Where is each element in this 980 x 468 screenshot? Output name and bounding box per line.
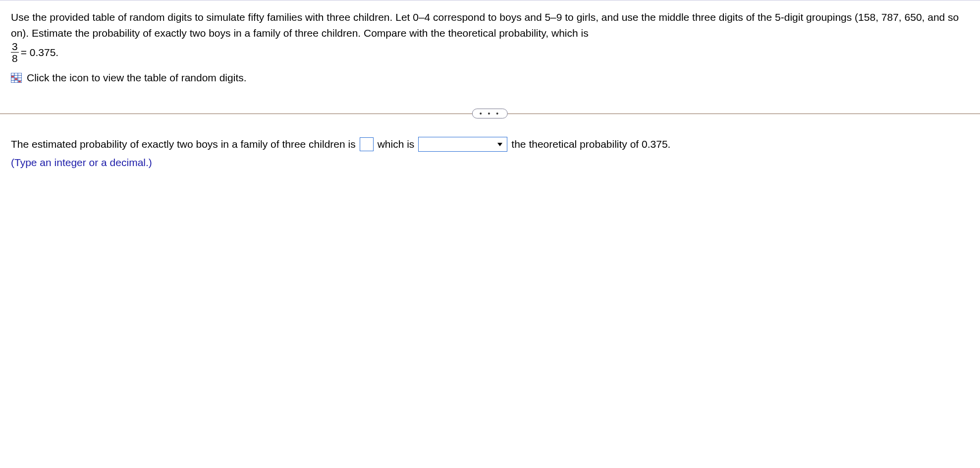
input-hint: (Type an integer or a decimal.) — [11, 157, 969, 169]
answer-text-before: The estimated probability of exactly two… — [11, 134, 356, 155]
question-paragraph: Use the provided table of random digits … — [11, 9, 969, 64]
svg-rect-7 — [15, 78, 17, 80]
fraction: 3 8 — [11, 41, 19, 64]
table-icon[interactable] — [11, 73, 22, 83]
comparison-dropdown[interactable] — [418, 137, 507, 152]
question-text-1: Use the provided table of random digits … — [11, 11, 959, 39]
answer-text-after: the theoretical probability of 0.375. — [511, 134, 670, 155]
fraction-denominator: 8 — [11, 52, 19, 64]
fraction-numerator: 3 — [11, 41, 19, 52]
expand-pill[interactable]: • • • — [472, 109, 508, 118]
section-divider: • • • — [0, 109, 980, 109]
svg-rect-8 — [18, 81, 21, 82]
chevron-down-icon — [495, 139, 505, 149]
svg-marker-9 — [497, 143, 502, 146]
question-text-2: = 0.375. — [21, 45, 58, 60]
svg-rect-6 — [11, 76, 14, 77]
answer-sentence: The estimated probability of exactly two… — [11, 134, 969, 155]
view-table-row[interactable]: Click the icon to view the table of rand… — [11, 72, 969, 84]
answer-text-between: which is — [378, 134, 415, 155]
probability-input[interactable] — [360, 137, 374, 151]
view-table-text: Click the icon to view the table of rand… — [27, 72, 247, 84]
